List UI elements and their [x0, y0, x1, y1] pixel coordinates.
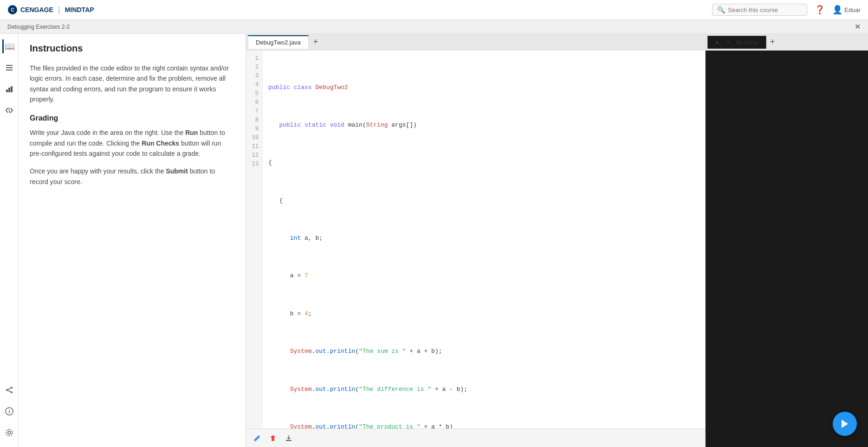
svg-point-11	[11, 391, 13, 393]
sidebar-bottom: i	[2, 383, 16, 447]
svg-rect-20	[272, 435, 274, 436]
svg-rect-2	[6, 65, 13, 66]
editor-toolbar	[246, 428, 705, 447]
instructions-para-1: The files provided in the code editor to…	[30, 63, 234, 105]
svg-line-8	[9, 108, 10, 113]
svg-point-9	[11, 387, 13, 389]
instructions-para-3: Once you are happy with your results, cl…	[30, 166, 234, 187]
user-icon: 👤	[832, 5, 842, 15]
line-num-2: 2	[250, 63, 259, 72]
code-line-3: {	[268, 159, 700, 167]
edit-button[interactable]	[252, 433, 263, 444]
add-editor-tab-button[interactable]: +	[310, 37, 322, 47]
sidebar-item-info[interactable]: i	[2, 404, 16, 418]
sidebar-item-list[interactable]	[2, 61, 16, 75]
line-num-7: 7	[250, 107, 259, 116]
sidebar-item-book[interactable]: 📖	[2, 39, 16, 53]
svg-rect-21	[286, 440, 291, 441]
line-num-3: 3	[250, 72, 259, 81]
brand-divider: |	[58, 5, 60, 15]
instructions-panel: Instructions The files provided in the c…	[19, 34, 246, 447]
download-button[interactable]	[283, 433, 294, 444]
chart-icon	[5, 85, 13, 93]
svg-rect-18	[272, 437, 274, 441]
line-num-4: 4	[250, 81, 259, 89]
code-icon	[5, 106, 13, 115]
code-line-4: {	[268, 197, 700, 205]
sidebar-item-settings[interactable]	[2, 426, 16, 440]
search-icon: 🔍	[717, 6, 725, 13]
share-icon	[5, 386, 13, 394]
pencil-icon	[253, 434, 261, 442]
svg-text:C: C	[11, 7, 14, 13]
navbar-left: C CENGAGE | MINDTAP	[7, 5, 94, 15]
svg-rect-7	[11, 86, 13, 92]
instructions-para-2: Write your Java code in the area on the …	[30, 128, 234, 159]
cengage-label: CENGAGE	[20, 6, 53, 13]
info-icon: i	[5, 407, 13, 415]
code-line-9: System.out.println("The difference is " …	[268, 385, 700, 394]
breadcrumb: Debugging Exercises 2-2	[7, 24, 70, 30]
sidebar-item-share[interactable]	[2, 383, 16, 397]
play-icon	[839, 418, 850, 429]
run-fab-button[interactable]	[833, 412, 857, 436]
delete-button[interactable]	[267, 433, 279, 444]
navbar-right: 🔍 ❓ 👤 Eduar	[712, 4, 861, 16]
line-num-5: 5	[250, 89, 259, 98]
editor-tab-label: DebugTwo2.java	[256, 39, 301, 46]
line-num-8: 8	[250, 116, 259, 125]
svg-line-13	[8, 390, 11, 392]
code-editor[interactable]: 1 2 3 4 5 6 7 8 9 10 11 12 13 public cla…	[246, 51, 705, 428]
list-icon	[5, 64, 13, 72]
terminal-body	[706, 51, 868, 447]
search-area[interactable]: 🔍	[712, 4, 807, 16]
resize-handle[interactable]	[243, 34, 246, 447]
cengage-icon: C	[7, 5, 18, 15]
svg-line-12	[8, 388, 11, 390]
svg-point-10	[6, 389, 8, 391]
search-input[interactable]	[728, 6, 802, 13]
add-terminal-button[interactable]: +	[766, 37, 779, 47]
help-button[interactable]: ❓	[815, 5, 825, 15]
editor-tab-debugtwo2[interactable]: DebugTwo2.java	[248, 35, 309, 49]
svg-rect-4	[6, 70, 13, 70]
code-line-8: System.out.println("The sum is " + a + b…	[268, 347, 700, 356]
svg-point-17	[6, 429, 13, 436]
svg-rect-6	[8, 88, 10, 92]
editor-area: DebugTwo2.java + 1 2 3 4 5 6 7 8 9 10 11…	[246, 34, 706, 447]
terminal-tab[interactable]: >_ >_ Terminal	[707, 36, 766, 49]
mindtap-label: MINDTAP	[65, 6, 94, 13]
line-num-12: 12	[250, 151, 259, 160]
line-num-9: 9	[250, 125, 259, 134]
code-line-7: b = 4;	[268, 310, 700, 319]
navbar: C CENGAGE | MINDTAP 🔍 ❓ 👤 Eduar	[0, 0, 868, 20]
download-icon	[285, 434, 292, 442]
sidebar-item-code[interactable]	[2, 103, 16, 117]
line-num-1: 1	[250, 54, 259, 63]
terminal-tabs: >_ >_ Terminal +	[706, 34, 868, 51]
code-content[interactable]: public class DebugTwo2 public static voi…	[263, 51, 705, 428]
user-name: Eduar	[844, 6, 861, 13]
main-layout: 📖	[0, 34, 868, 447]
svg-rect-3	[6, 67, 13, 68]
user-area[interactable]: 👤 Eduar	[832, 5, 861, 15]
code-line-6: a = 7	[268, 272, 700, 281]
line-num-13: 13	[250, 160, 259, 169]
brand-logo: C CENGAGE | MINDTAP	[7, 5, 94, 15]
line-num-10: 10	[250, 134, 259, 142]
svg-rect-5	[6, 89, 8, 92]
svg-point-16	[8, 431, 11, 434]
code-line-2: public static void main(String args[])	[268, 121, 700, 130]
instructions-body: The files provided in the code editor to…	[30, 63, 234, 194]
close-button[interactable]: ✕	[855, 22, 861, 31]
code-line-5: int a, b;	[268, 234, 700, 243]
svg-marker-22	[842, 420, 848, 428]
code-line-10: System.out.println("The product is " + a…	[268, 423, 700, 428]
breadcrumb-bar: Debugging Exercises 2-2 ✕	[0, 20, 868, 34]
submit-inline-label: Submit	[166, 167, 188, 175]
line-num-11: 11	[250, 142, 259, 151]
code-line-1: public class DebugTwo2	[268, 83, 700, 92]
run-checks-inline-label: Run Checks	[142, 140, 179, 147]
sidebar-icons: 📖	[0, 34, 19, 447]
sidebar-item-chart[interactable]	[2, 82, 16, 96]
